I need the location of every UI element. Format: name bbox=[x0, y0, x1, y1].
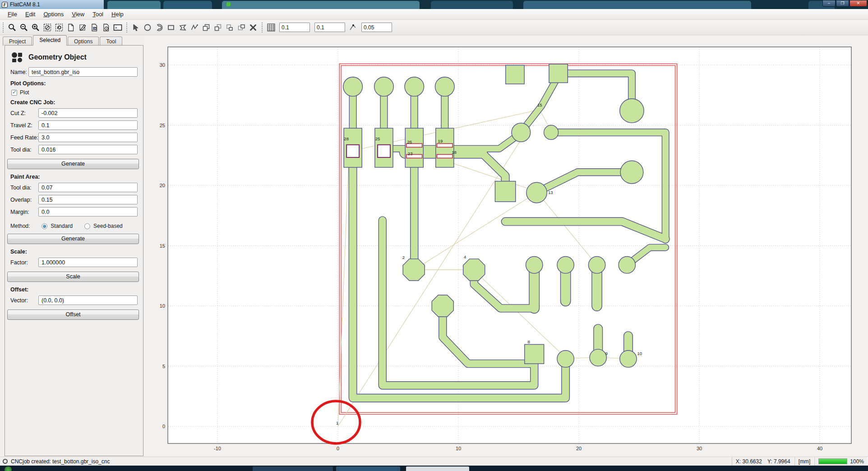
edit-geometry-icon[interactable] bbox=[77, 22, 88, 33]
svg-text:>_: >_ bbox=[115, 26, 119, 29]
taskbar-app-button[interactable] bbox=[253, 466, 333, 471]
svg-text:-10: -10 bbox=[214, 446, 221, 451]
delete-shape-icon[interactable] bbox=[247, 22, 259, 33]
menu-bar: File Edit Options View Tool Help bbox=[0, 9, 868, 20]
snap-max-input[interactable] bbox=[361, 23, 392, 32]
margin-input[interactable] bbox=[38, 207, 138, 217]
paint-tool-dia-input[interactable] bbox=[38, 183, 138, 192]
shell-icon[interactable]: >_ bbox=[112, 22, 124, 33]
windows-taskbar[interactable] bbox=[0, 466, 868, 471]
background-tab bbox=[222, 1, 420, 9]
toolbar-handle[interactable] bbox=[261, 22, 263, 33]
svg-text:8: 8 bbox=[528, 339, 530, 344]
paste-geometry-icon[interactable] bbox=[224, 22, 235, 33]
offset-button[interactable]: Offset bbox=[7, 309, 139, 320]
svg-text:2: 2 bbox=[402, 255, 405, 260]
method-standard-radio[interactable] bbox=[42, 223, 47, 229]
grid-snap-icon[interactable] bbox=[265, 22, 277, 33]
draw-arc-icon[interactable] bbox=[153, 22, 165, 33]
method-standard-label: Standard bbox=[51, 223, 73, 229]
save-file-icon[interactable]: x bbox=[100, 22, 112, 33]
grid-x-input[interactable] bbox=[279, 23, 310, 32]
flatcam-window: F FlatCAM 8.1 ‒ ❐ ✕ File Edit Options Vi… bbox=[0, 0, 868, 471]
tab-project[interactable]: Project bbox=[3, 37, 32, 46]
cursor-x-coordinate: X: 30.6632 bbox=[736, 458, 762, 465]
svg-text:30: 30 bbox=[160, 62, 165, 68]
select-arrow-icon[interactable] bbox=[130, 22, 142, 33]
status-light-icon bbox=[3, 459, 8, 464]
tab-selected[interactable]: Selected bbox=[33, 35, 67, 46]
close-button[interactable]: ✕ bbox=[850, 0, 867, 7]
tab-options[interactable]: Options bbox=[68, 37, 99, 46]
draw-polygon-icon[interactable] bbox=[177, 22, 189, 33]
method-seed-based-radio[interactable] bbox=[84, 223, 90, 229]
left-panel-area: Project Selected Options Tool Geometry O… bbox=[0, 35, 145, 457]
clear-plot-icon[interactable] bbox=[53, 22, 65, 33]
feed-rate-input[interactable] bbox=[38, 133, 138, 142]
overlap-label: Overlap: bbox=[10, 197, 38, 203]
menu-view[interactable]: View bbox=[68, 9, 88, 19]
svg-text:10: 10 bbox=[160, 303, 165, 309]
window-title: FlatCAM 8.1 bbox=[10, 1, 40, 8]
plot-checkbox[interactable] bbox=[11, 90, 17, 96]
menu-file[interactable]: File bbox=[4, 9, 21, 19]
tab-tool[interactable]: Tool bbox=[100, 37, 122, 46]
menu-help[interactable]: Help bbox=[107, 9, 128, 19]
background-tab bbox=[163, 1, 212, 9]
paint-tool-dia-label: Tool dia: bbox=[10, 185, 38, 191]
toolbar-handle[interactable] bbox=[2, 22, 4, 33]
corner-snap-icon[interactable] bbox=[347, 22, 359, 33]
copy-objects-icon[interactable] bbox=[200, 22, 212, 33]
title-bar[interactable]: F FlatCAM 8.1 ‒ ❐ ✕ bbox=[0, 0, 868, 9]
buffer-geometry-icon[interactable] bbox=[235, 22, 247, 33]
menu-tool[interactable]: Tool bbox=[88, 9, 107, 19]
import-ok-icon[interactable]: OK bbox=[88, 22, 100, 33]
maximize-button[interactable]: ❐ bbox=[836, 0, 849, 7]
cut-z-input[interactable] bbox=[38, 108, 138, 118]
svg-text:23: 23 bbox=[408, 151, 413, 156]
flatcam-app-icon: F bbox=[2, 2, 8, 8]
cnc-generate-button[interactable]: Generate bbox=[7, 159, 139, 169]
draw-circle-icon[interactable] bbox=[142, 22, 153, 33]
plot-checkbox-label: Plot bbox=[20, 89, 29, 96]
taskbar-app-button[interactable] bbox=[336, 466, 400, 471]
overlap-input[interactable] bbox=[38, 195, 138, 204]
paint-generate-button[interactable]: Generate bbox=[7, 234, 139, 244]
draw-rectangle-icon[interactable] bbox=[165, 22, 177, 33]
zoom-out-icon[interactable] bbox=[18, 22, 30, 33]
zoom-percentage: 100% bbox=[850, 458, 864, 465]
replot-icon[interactable] bbox=[42, 22, 53, 33]
copy-geometry-icon[interactable] bbox=[212, 22, 224, 33]
name-input[interactable] bbox=[28, 67, 138, 77]
grid-y-input[interactable] bbox=[314, 23, 345, 32]
feed-rate-label: Feed Rate: bbox=[10, 134, 38, 141]
method-label: Method: bbox=[10, 223, 30, 229]
svg-text:19: 19 bbox=[438, 139, 443, 143]
svg-text:4: 4 bbox=[464, 254, 466, 259]
tool-dia-input[interactable] bbox=[38, 145, 138, 154]
geometry-object-icon bbox=[11, 52, 23, 63]
minimize-button[interactable]: ‒ bbox=[822, 0, 836, 7]
factor-input[interactable] bbox=[38, 258, 138, 267]
svg-text:15: 15 bbox=[160, 243, 165, 249]
taskbar-app-button-active[interactable] bbox=[406, 466, 469, 471]
zoom-fit-icon[interactable] bbox=[6, 22, 18, 33]
scale-button[interactable]: Scale bbox=[7, 272, 139, 282]
vector-label: Vector: bbox=[10, 297, 38, 304]
menu-edit[interactable]: Edit bbox=[21, 9, 39, 19]
draw-polyline-icon[interactable] bbox=[189, 22, 200, 33]
svg-text:20: 20 bbox=[576, 446, 582, 451]
toolbar-handle[interactable] bbox=[126, 22, 128, 33]
svg-text:1: 1 bbox=[336, 420, 338, 425]
toolbar: OK x >_ bbox=[0, 20, 868, 35]
geometry-object-panel: Geometry Object Name: Plot Options: Plot… bbox=[5, 45, 143, 456]
progress-bar bbox=[818, 458, 847, 464]
plot-canvas[interactable]: -100102030400510152025302825261923181513… bbox=[145, 46, 868, 457]
new-file-icon[interactable] bbox=[65, 22, 77, 33]
menu-options[interactable]: Options bbox=[39, 9, 68, 19]
travel-z-input[interactable] bbox=[38, 120, 138, 130]
start-orb[interactable] bbox=[5, 466, 12, 471]
vector-input[interactable] bbox=[38, 296, 138, 305]
svg-text:25: 25 bbox=[160, 123, 165, 128]
zoom-in-icon[interactable] bbox=[30, 22, 42, 33]
